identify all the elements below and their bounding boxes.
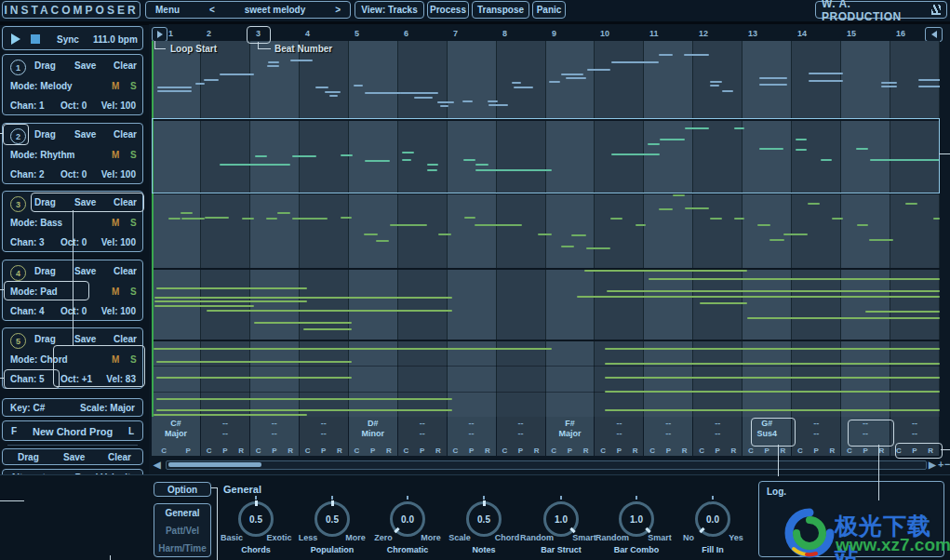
track-channel-selector[interactable]: Chan: 2 [10, 169, 45, 180]
midi-note-chord[interactable] [156, 398, 452, 400]
chord-name-bottom[interactable]: -- [497, 429, 545, 439]
grid-column-beat-13[interactable] [743, 41, 792, 417]
chord-name-bottom[interactable]: -- [644, 429, 692, 439]
chord-r-button[interactable]: R [829, 447, 835, 455]
chord-r-button[interactable]: R [288, 447, 293, 455]
prog-clear-button[interactable]: Clear [108, 452, 131, 462]
grid-column-beat-11[interactable] [644, 41, 693, 417]
chord-c-button[interactable]: C [355, 447, 360, 455]
midi-note-chord[interactable] [605, 377, 940, 379]
midi-note-melody[interactable] [157, 90, 192, 92]
track-velocity-selector[interactable]: Vel: 100 [101, 169, 136, 180]
track-number-badge[interactable]: 1 [10, 60, 26, 75]
chord-name-bottom[interactable]: Major [152, 429, 200, 439]
midi-note-melody[interactable] [587, 69, 610, 71]
midi-note-melody[interactable] [512, 82, 521, 84]
midi-note-chord[interactable] [605, 363, 940, 365]
chord-name-top[interactable]: -- [693, 419, 742, 429]
chord-name-bottom[interactable]: -- [890, 429, 939, 439]
track-velocity-selector[interactable]: Vel: 100 [101, 306, 136, 316]
midi-note-melody[interactable] [414, 97, 433, 99]
grid-column-beat-14[interactable] [792, 41, 841, 417]
chord-name-top[interactable]: -- [448, 419, 496, 429]
track-drag-button[interactable]: Drag [34, 334, 56, 344]
chord-c-button[interactable]: C [649, 447, 655, 455]
track-drag-button[interactable]: Drag [34, 129, 56, 140]
midi-note-bass[interactable] [266, 218, 277, 220]
track-channel-selector[interactable]: Chan: 3 [10, 237, 45, 247]
chord-name-top[interactable]: -- [497, 419, 545, 429]
chord-p-button[interactable]: P [863, 447, 867, 455]
midi-note-pad[interactable] [747, 317, 940, 319]
midi-note-melody[interactable] [268, 61, 279, 63]
chord-r-button[interactable]: R [534, 447, 540, 455]
grid-column-beat-9[interactable] [546, 41, 595, 417]
midi-note-melody[interactable] [437, 101, 454, 103]
chord-name-top[interactable]: -- [644, 419, 692, 429]
midi-note-bass[interactable] [783, 233, 808, 235]
chord-r-button[interactable]: R [731, 447, 737, 455]
midi-note-bass[interactable] [857, 224, 868, 226]
midi-note-chord[interactable] [605, 348, 940, 350]
chord-prog-last-button[interactable]: L [128, 426, 134, 436]
midi-note-bass[interactable] [538, 233, 552, 235]
track-save-button[interactable]: Save [74, 60, 96, 71]
chord-cell-3[interactable]: ----CPR [250, 417, 300, 456]
chord-p-button[interactable]: P [185, 447, 190, 455]
chord-r-button[interactable]: R [386, 447, 392, 455]
chord-name-bottom[interactable]: -- [595, 429, 643, 439]
chord-cell-12[interactable]: ----CPR [693, 417, 743, 456]
midi-note-bass[interactable] [364, 233, 378, 235]
midi-note-bass[interactable] [390, 224, 427, 226]
chord-prog-first-button[interactable]: F [11, 426, 17, 436]
chord-p-button[interactable]: P [813, 447, 818, 455]
midi-note-melody[interactable] [462, 100, 473, 102]
track-clear-button[interactable]: Clear [114, 129, 137, 140]
panic-button[interactable]: Panic [532, 1, 566, 19]
midi-note-melody[interactable] [566, 77, 586, 79]
chord-name-top[interactable]: -- [398, 419, 447, 429]
chord-r-button[interactable]: R [583, 447, 589, 455]
midi-note-melody[interactable] [710, 85, 719, 87]
midi-note-melody[interactable] [684, 54, 709, 56]
chord-cell-2[interactable]: ----CPR [201, 417, 250, 456]
prog-save-button[interactable]: Save [63, 452, 85, 462]
track-octave-selector[interactable]: Oct: 0 [60, 169, 87, 180]
midi-note-pad[interactable] [303, 328, 352, 330]
tab-patt-vel[interactable]: Patt/Vel [154, 522, 210, 540]
chord-p-button[interactable]: P [518, 447, 523, 455]
stop-button[interactable] [31, 34, 40, 44]
midi-note-melody[interactable] [881, 86, 897, 87]
track-mute-button[interactable]: M [112, 150, 119, 160]
track-number-badge[interactable]: 5 [10, 333, 26, 349]
track-solo-button[interactable]: S [130, 81, 137, 91]
midi-note-pad[interactable] [207, 310, 452, 312]
midi-note-melody[interactable] [157, 87, 192, 88]
midi-note-melody[interactable] [710, 81, 722, 83]
midi-note-chord[interactable] [605, 409, 940, 411]
chord-name-bottom[interactable]: -- [398, 429, 447, 439]
midi-note-melody[interactable] [315, 87, 328, 88]
zoom-out-button[interactable]: − [944, 459, 950, 470]
knob-chromatic[interactable]: 0.0 [390, 501, 425, 537]
midi-note-bass[interactable] [769, 239, 784, 241]
loop-start-marker[interactable] [152, 41, 154, 417]
option-button[interactable]: Option [154, 482, 211, 497]
track-mute-button[interactable]: M [112, 81, 119, 91]
midi-note-bass[interactable] [277, 212, 290, 214]
chord-name-top[interactable]: -- [250, 419, 299, 429]
midi-note-pad[interactable] [156, 287, 307, 289]
chord-p-button[interactable]: P [370, 447, 375, 455]
chord-r-button[interactable]: R [337, 447, 342, 455]
grid-column-beat-8[interactable] [497, 41, 546, 417]
midi-note-pad[interactable] [584, 270, 747, 272]
midi-note-bass[interactable] [659, 208, 673, 210]
track-number-badge[interactable]: 3 [10, 196, 26, 212]
midi-note-bass[interactable] [710, 218, 722, 220]
midi-note-bass[interactable] [673, 194, 685, 196]
chord-c-button[interactable]: C [207, 447, 212, 455]
chord-p-button[interactable]: P [222, 447, 227, 455]
chord-name-top[interactable]: -- [890, 419, 939, 429]
menu-button[interactable]: Menu [155, 5, 180, 15]
midi-note-bass[interactable] [808, 203, 820, 205]
